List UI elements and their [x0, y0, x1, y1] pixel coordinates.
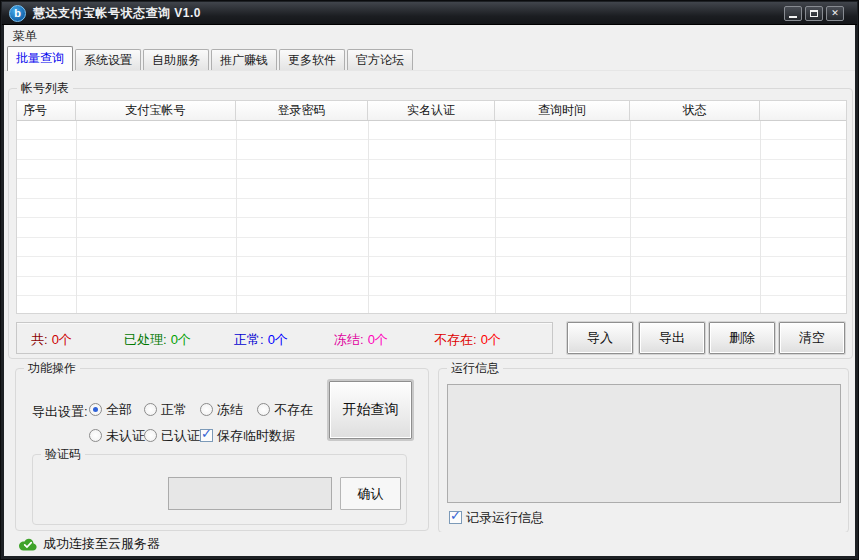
radio-nonexistent-icon — [257, 403, 270, 416]
account-table-body[interactable] — [17, 121, 846, 313]
table-grid-line — [630, 121, 631, 313]
account-list-group: 帐号列表 序号 支付宝帐号 登录密码 实名认证 查询时间 状态 — [8, 88, 853, 359]
menu-item-main[interactable]: 菜单 — [4, 25, 45, 45]
radio-unverified[interactable]: 未认证 — [89, 428, 145, 443]
column-header-account[interactable]: 支付宝帐号 — [76, 101, 236, 120]
table-grid-line — [76, 121, 77, 313]
menu-bar: 菜单 — [4, 25, 855, 46]
stat-normal-label: 正常: — [234, 332, 264, 347]
save-temp-checkbox[interactable]: ✓ 保存临时数据 — [200, 428, 295, 443]
column-header-blank — [760, 101, 846, 120]
radio-normal[interactable]: 正常 — [144, 402, 187, 417]
run-info-group-title: 运行信息 — [447, 361, 503, 375]
run-info-log[interactable] — [447, 384, 841, 503]
column-header-password[interactable]: 登录密码 — [236, 101, 368, 120]
account-table: 序号 支付宝帐号 登录密码 实名认证 查询时间 状态 — [16, 100, 847, 314]
stat-normal: 正常:0个 — [234, 331, 288, 349]
stat-frozen-value: 0个 — [368, 332, 388, 347]
record-log-checkbox-icon: ✓ — [449, 511, 462, 524]
tab-strip: 批量查询 系统设置 自助服务 推广赚钱 更多软件 官方论坛 — [4, 46, 855, 71]
close-button[interactable]: ✕ — [826, 6, 844, 21]
table-grid-line — [368, 121, 369, 313]
stat-frozen: 冻结:0个 — [334, 331, 388, 349]
run-info-group: 运行信息 ✓ 记录运行信息 — [438, 368, 849, 533]
status-text: 成功连接至云服务器 — [43, 535, 160, 553]
radio-frozen-icon — [200, 403, 213, 416]
stat-total-value: 0个 — [52, 332, 72, 347]
save-temp-checkbox-icon: ✓ — [200, 429, 213, 442]
clear-button[interactable]: 清空 — [779, 322, 845, 354]
radio-normal-icon — [144, 403, 157, 416]
minimize-icon — [789, 16, 797, 18]
record-log-checkbox[interactable]: ✓ 记录运行信息 — [449, 510, 544, 525]
record-log-label: 记录运行信息 — [466, 509, 544, 527]
stat-normal-value: 0个 — [268, 332, 288, 347]
radio-frozen[interactable]: 冻结 — [200, 402, 243, 417]
captcha-input[interactable] — [168, 477, 332, 510]
captcha-group: 验证码 确认 — [32, 454, 407, 525]
radio-verified-label: 已认证 — [161, 427, 200, 445]
app-logo-icon: b — [9, 5, 26, 22]
tab-official-forum[interactable]: 官方论坛 — [347, 49, 413, 70]
status-bar: 成功连接至云服务器 — [4, 532, 855, 556]
radio-all-icon — [89, 403, 102, 416]
radio-all[interactable]: 全部 — [89, 402, 132, 417]
tab-more-software[interactable]: 更多软件 — [279, 49, 345, 70]
column-header-verification[interactable]: 实名认证 — [368, 101, 495, 120]
start-query-button[interactable]: 开始查询 — [329, 381, 412, 439]
radio-verified-icon — [144, 429, 157, 442]
app-window: b 慧达支付宝帐号状态查询 V1.0 ✕ 菜单 批量查询 系统设置 自助服务 推… — [0, 0, 859, 560]
tab-promotion[interactable]: 推广赚钱 — [211, 49, 277, 70]
export-setting-label: 导出设置: — [32, 403, 88, 421]
title-bar[interactable]: b 慧达支付宝帐号状态查询 V1.0 ✕ — [2, 2, 857, 25]
column-header-index[interactable]: 序号 — [17, 101, 76, 120]
stat-processed-value: 0个 — [171, 332, 191, 347]
operations-group-title: 功能操作 — [24, 361, 80, 375]
stat-frozen-label: 冻结: — [334, 332, 364, 347]
window-controls: ✕ — [784, 6, 844, 21]
maximize-button[interactable] — [805, 6, 823, 21]
stat-total: 共:0个 — [31, 331, 72, 349]
radio-nonexistent[interactable]: 不存在 — [257, 402, 313, 417]
cloud-check-icon — [19, 538, 37, 551]
radio-normal-label: 正常 — [161, 401, 187, 419]
minimize-button[interactable] — [784, 6, 802, 21]
save-temp-label: 保存临时数据 — [217, 427, 295, 445]
close-icon: ✕ — [831, 9, 839, 18]
tab-batch-query[interactable]: 批量查询 — [7, 46, 73, 71]
radio-nonexistent-label: 不存在 — [274, 401, 313, 419]
operations-group: 功能操作 导出设置: 全部 正常 冻结 不存在 未认证 — [15, 368, 429, 531]
table-grid-line — [236, 121, 237, 313]
tab-system-settings[interactable]: 系统设置 — [75, 49, 141, 70]
radio-verified[interactable]: 已认证 — [144, 428, 200, 443]
window-title: 慧达支付宝帐号状态查询 V1.0 — [33, 5, 201, 22]
column-header-status[interactable]: 状态 — [630, 101, 760, 120]
captcha-group-title: 验证码 — [41, 447, 85, 461]
stat-nonexistent-value: 0个 — [481, 332, 501, 347]
radio-all-label: 全部 — [106, 401, 132, 419]
radio-frozen-label: 冻结 — [217, 401, 243, 419]
radio-unverified-label: 未认证 — [106, 427, 145, 445]
client-area: 菜单 批量查询 系统设置 自助服务 推广赚钱 更多软件 官方论坛 帐号列表 序号… — [4, 25, 855, 556]
radio-unverified-icon — [89, 429, 102, 442]
stat-processed: 已处理:0个 — [124, 331, 191, 349]
account-list-group-title: 帐号列表 — [17, 81, 73, 95]
app-logo-letter: b — [14, 7, 21, 19]
stat-nonexistent-label: 不存在: — [434, 332, 477, 347]
stat-total-label: 共: — [31, 332, 48, 347]
export-button[interactable]: 导出 — [639, 322, 705, 354]
account-table-header: 序号 支付宝帐号 登录密码 实名认证 查询时间 状态 — [17, 101, 846, 121]
delete-button[interactable]: 删除 — [709, 322, 775, 354]
stat-processed-label: 已处理: — [124, 332, 167, 347]
captcha-confirm-button[interactable]: 确认 — [340, 477, 401, 510]
table-grid-line — [760, 121, 761, 313]
stat-nonexistent: 不存在:0个 — [434, 331, 501, 349]
maximize-icon — [810, 10, 818, 17]
table-grid-line — [495, 121, 496, 313]
import-button[interactable]: 导入 — [567, 322, 633, 354]
tab-self-service[interactable]: 自助服务 — [143, 49, 209, 70]
stats-panel: 共:0个 已处理:0个 正常:0个 冻结:0个 不存在:0个 — [16, 322, 553, 354]
column-header-query-time[interactable]: 查询时间 — [495, 101, 630, 120]
